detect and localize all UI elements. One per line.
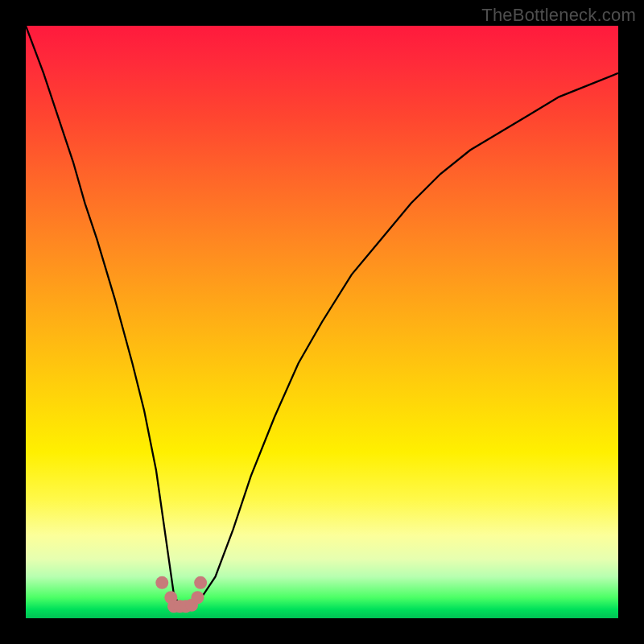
trough-dot [164, 591, 177, 604]
trough-dot [167, 600, 180, 613]
bottleneck-curve [26, 26, 618, 606]
trough-dot [194, 576, 207, 589]
trough-dot [185, 599, 198, 612]
trough-dot [155, 576, 168, 589]
chart-frame: TheBottleneck.com [0, 0, 644, 644]
trough-dots [155, 576, 207, 613]
trough-dot [191, 591, 204, 604]
trough-dot [180, 600, 192, 613]
trough-dot [173, 600, 186, 613]
plot-area [26, 26, 618, 618]
watermark-text: TheBottleneck.com [481, 5, 636, 26]
curve-svg [26, 26, 618, 618]
